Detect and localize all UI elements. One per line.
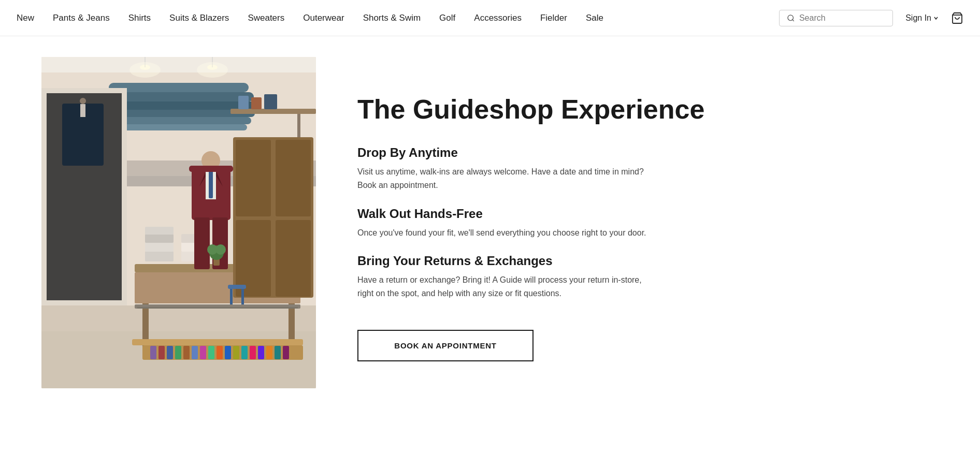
svg-rect-95 [241, 289, 244, 304]
feature-heading-drop-by: Drop By Anytime [357, 145, 939, 160]
svg-point-0 [788, 15, 794, 21]
search-icon [787, 13, 795, 23]
svg-rect-44 [175, 346, 181, 359]
svg-rect-53 [250, 346, 256, 359]
svg-rect-46 [192, 346, 198, 359]
svg-rect-56 [275, 346, 281, 359]
main-nav: NewPants & JeansShirtsSuits & BlazersSwe… [0, 0, 980, 36]
svg-rect-90 [238, 96, 249, 109]
svg-rect-85 [236, 140, 271, 216]
search-bar[interactable] [779, 10, 893, 26]
feature-walk-out: Walk Out Hands-Free Once you've found yo… [357, 207, 939, 240]
svg-rect-48 [208, 346, 214, 359]
svg-rect-97 [137, 307, 298, 309]
nav-link-pants-jeans[interactable]: Pants & Jeans [53, 13, 110, 23]
nav-link-shirts[interactable]: Shirts [128, 13, 151, 23]
sign-in-button[interactable]: Sign In [905, 13, 939, 23]
cart-icon[interactable] [951, 12, 963, 24]
nav-link-fielder[interactable]: Fielder [540, 13, 567, 23]
svg-point-77 [215, 244, 226, 255]
feature-text-drop-by: Visit us anytime, walk-ins are always we… [357, 165, 658, 192]
nav-link-suits-blazers[interactable]: Suits & Blazers [169, 13, 229, 23]
chevron-down-icon [933, 16, 939, 21]
book-appointment-button[interactable]: Book An Appointment [357, 330, 534, 361]
page-title: The Guideshop Experience [357, 94, 939, 125]
nav-link-new[interactable]: New [17, 13, 34, 23]
svg-rect-36 [145, 234, 174, 243]
svg-rect-92 [264, 94, 277, 109]
svg-rect-47 [200, 346, 206, 359]
store-illustration [41, 57, 316, 388]
svg-rect-93 [228, 285, 246, 289]
svg-rect-45 [183, 346, 190, 359]
svg-point-20 [197, 62, 228, 78]
svg-rect-54 [258, 346, 264, 359]
svg-rect-63 [194, 217, 210, 269]
feature-text-returns: Have a return or exchange? Bring it! A G… [357, 273, 658, 300]
svg-point-19 [129, 62, 161, 78]
nav-link-shorts-swim[interactable]: Shorts & Swim [363, 13, 421, 23]
nav-link-sweaters[interactable]: Sweaters [248, 13, 284, 23]
right-content: The Guideshop Experience Drop By Anytime… [357, 57, 939, 388]
svg-rect-88 [276, 220, 311, 297]
nav-link-sale[interactable]: Sale [586, 13, 603, 23]
nav-link-accessories[interactable]: Accessories [474, 13, 522, 23]
feature-heading-returns: Bring Your Returns & Exchanges [357, 254, 939, 268]
main-content: The Guideshop Experience Drop By Anytime… [0, 36, 980, 409]
svg-rect-62 [209, 170, 213, 198]
svg-rect-12 [110, 124, 247, 130]
svg-rect-52 [241, 346, 248, 359]
svg-rect-11 [106, 117, 251, 124]
svg-rect-37 [145, 227, 174, 235]
search-input[interactable] [799, 13, 885, 23]
svg-rect-6 [41, 57, 316, 72]
svg-rect-32 [132, 339, 303, 345]
svg-rect-49 [217, 346, 223, 359]
svg-rect-41 [150, 346, 156, 359]
nav-link-golf[interactable]: Golf [439, 13, 455, 23]
svg-point-82 [80, 98, 86, 104]
store-image [41, 57, 316, 388]
feature-drop-by: Drop By Anytime Visit us anytime, walk-i… [357, 145, 939, 192]
svg-rect-35 [145, 242, 174, 252]
nav-links: NewPants & JeansShirtsSuits & BlazersSwe… [17, 13, 779, 23]
svg-line-1 [792, 20, 794, 21]
svg-rect-91 [251, 97, 262, 109]
feature-returns: Bring Your Returns & Exchanges Have a re… [357, 254, 939, 300]
svg-rect-94 [230, 289, 233, 304]
svg-rect-67 [189, 166, 233, 172]
svg-rect-43 [167, 346, 173, 359]
svg-rect-86 [276, 140, 311, 216]
nav-right: Sign In [779, 10, 963, 26]
svg-rect-50 [225, 346, 231, 359]
svg-rect-55 [266, 346, 272, 359]
svg-rect-7 [109, 83, 249, 92]
svg-rect-42 [158, 346, 165, 359]
feature-heading-walk-out: Walk Out Hands-Free [357, 207, 939, 221]
svg-rect-57 [283, 346, 289, 359]
svg-rect-51 [233, 346, 239, 359]
svg-rect-34 [145, 251, 174, 261]
svg-rect-83 [80, 104, 85, 117]
feature-text-walk-out: Once you've found your fit, we'll send e… [357, 226, 658, 240]
svg-rect-89 [230, 109, 316, 114]
nav-link-outerwear[interactable]: Outerwear [303, 13, 344, 23]
